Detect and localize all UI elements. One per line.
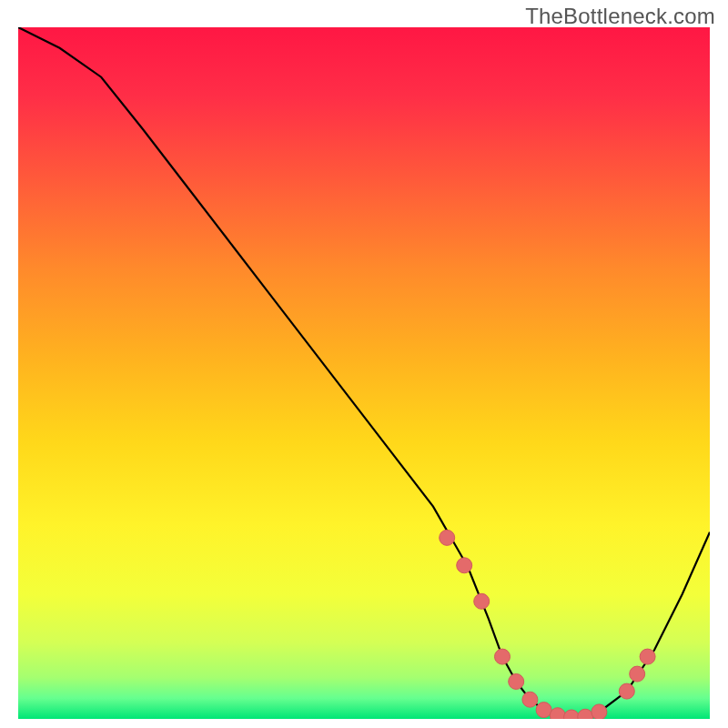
border-right [710, 27, 712, 719]
marker-dot [630, 666, 645, 682]
marker-dot [578, 709, 593, 724]
marker-dot [509, 673, 524, 689]
marker-dot [474, 593, 490, 609]
border-left [16, 27, 18, 719]
marker-dot [640, 649, 655, 664]
marker-dot [619, 683, 634, 699]
border-bottom [16, 719, 712, 721]
marker-dot [592, 704, 607, 720]
marker-dot [536, 703, 551, 718]
marker-dot [495, 649, 511, 664]
gradient-background [18, 27, 710, 719]
marker-dot [550, 708, 565, 723]
marker-dot [457, 558, 472, 573]
watermark-text: TheBottleneck.com [525, 4, 715, 29]
chart-svg [0, 0, 728, 728]
marker-dot [522, 692, 538, 707]
chart-frame: TheBottleneck.com [0, 0, 728, 728]
marker-dot [564, 710, 580, 725]
marker-dot [440, 530, 455, 545]
